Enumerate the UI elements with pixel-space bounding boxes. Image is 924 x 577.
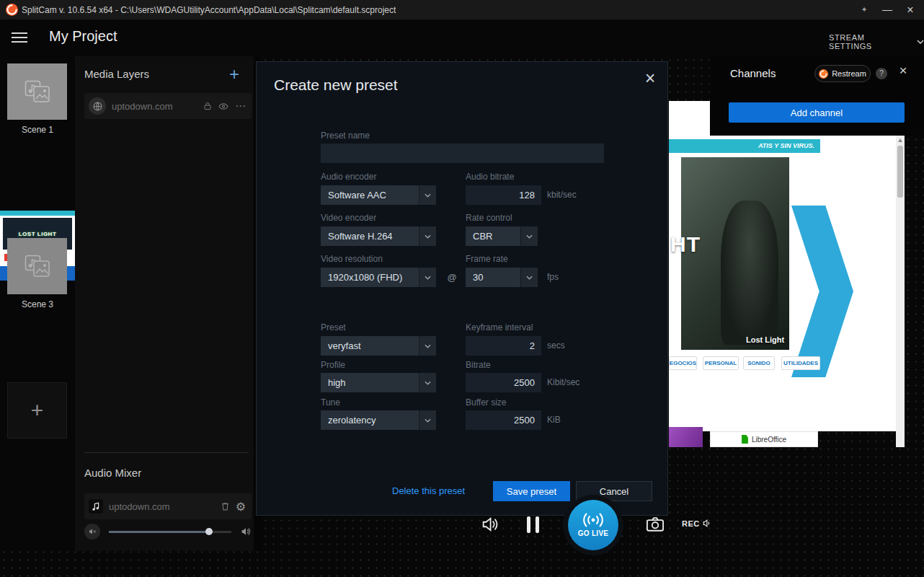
rec-button[interactable]: REC [682, 518, 713, 529]
preset-label: Preset [321, 322, 346, 332]
audio-bitrate-input[interactable] [466, 185, 541, 205]
video-encoder-label: Video encoder [321, 213, 376, 223]
chevron-down-icon [917, 40, 924, 44]
webpage-banner: ATIS Y SIN VIRUS. [669, 139, 820, 153]
lock-icon[interactable] [203, 102, 212, 110]
scrollbar-thumb [897, 146, 903, 198]
libreoffice-strip: LibreOffice [710, 431, 818, 447]
media-placeholder-icon [25, 80, 50, 103]
speaker-icon[interactable] [480, 514, 500, 534]
broadcast-icon [582, 513, 605, 527]
layer-name: uptodown.com [112, 101, 197, 112]
eye-icon[interactable] [218, 102, 229, 111]
restream-logo-icon [819, 69, 828, 79]
video-resolution-select[interactable]: 1920x1080 (FHD) [321, 268, 436, 287]
save-preset-button[interactable]: Save preset [493, 481, 570, 501]
volume-slider-fill [109, 531, 209, 533]
tune-select[interactable]: zerolatency [321, 410, 436, 430]
scene-3-thumbnail[interactable] [7, 238, 67, 294]
pause-icon[interactable] [527, 516, 539, 533]
audio-encoder-select[interactable]: Software AAC [321, 185, 436, 205]
rate-control-value: CBR [466, 231, 520, 242]
scroll-up-arrow-icon [898, 138, 902, 142]
chevron-down-icon [419, 336, 436, 356]
channels-panel: Channels Restream ? × Add channel [710, 56, 924, 136]
frame-rate-select[interactable]: 30 [466, 268, 538, 287]
keyframe-interval-unit: secs [547, 336, 565, 356]
webpage-scrollbar [896, 136, 905, 447]
volume-control [84, 521, 252, 542]
tune-label: Tune [321, 397, 340, 408]
media-placeholder-icon [25, 255, 50, 278]
chevron-down-icon [520, 226, 538, 246]
trash-icon[interactable] [221, 501, 230, 511]
media-layers-title: Media Layers [84, 68, 149, 80]
video-encoder-select[interactable]: Software H.264 [321, 226, 436, 246]
bitrate-input[interactable] [466, 373, 541, 392]
minimize-button[interactable]: — [878, 3, 897, 17]
video-resolution-label: Video resolution [321, 254, 383, 264]
sparkle-icon[interactable]: ✦ [855, 3, 874, 17]
game-title-fragment: HT [670, 232, 701, 257]
chevron-down-icon [520, 268, 538, 287]
more-options-icon[interactable]: ⋯ [235, 100, 246, 113]
rec-speaker-icon [702, 518, 713, 529]
category-badge: EGOCIOS [669, 356, 697, 370]
stream-settings-button[interactable]: STREAM SETTINGS [829, 33, 924, 50]
channels-title: Channels [730, 67, 776, 79]
gear-icon[interactable]: ⚙ [236, 500, 246, 514]
keyframe-interval-input[interactable] [466, 336, 541, 356]
buffer-size-input[interactable] [466, 410, 541, 430]
soldier-silhouette [721, 201, 778, 345]
help-icon[interactable]: ? [876, 68, 887, 79]
camera-icon[interactable] [645, 514, 665, 534]
frame-rate-unit: fps [547, 268, 559, 287]
media-layer-row[interactable]: uptodown.com ⋯ [84, 93, 252, 119]
tune-value: zerolatency [321, 415, 419, 426]
scene-2-thumb-text: LOST LIGHT [19, 231, 57, 237]
preset-select[interactable]: veryfast [321, 336, 436, 356]
go-live-button[interactable]: GO LIVE [568, 500, 618, 550]
bitrate-unit: Kibit/sec [547, 373, 579, 392]
at-symbol: @ [445, 268, 459, 287]
category-badge: UTILIDADES [781, 356, 820, 370]
profile-label: Profile [321, 360, 345, 370]
bitrate-label: Bitrate [466, 360, 491, 370]
stream-settings-label: STREAM SETTINGS [829, 33, 910, 50]
restream-button[interactable]: Restream [814, 65, 871, 82]
mute-button[interactable] [84, 524, 100, 539]
delete-preset-link[interactable]: Delete this preset [392, 481, 465, 501]
profile-value: high [321, 377, 419, 388]
chevron-down-icon [419, 185, 436, 205]
profile-select[interactable]: high [321, 373, 436, 392]
chevron-down-icon [419, 226, 436, 246]
dialog-title: Create new preset [274, 76, 398, 94]
preset-name-input[interactable] [321, 144, 604, 163]
create-preset-dialog: Create new preset × Preset name Audio en… [256, 61, 668, 516]
scene-3-label: Scene 3 [0, 299, 75, 309]
splitcam-logo-icon [6, 4, 18, 16]
volume-max-icon[interactable] [240, 526, 252, 537]
category-badge: PERSONAL [703, 356, 739, 370]
audio-mixer-row[interactable]: uptodown.com ⚙ [84, 493, 252, 519]
cancel-button[interactable]: Cancel [576, 481, 652, 501]
frame-rate-label: Frame rate [466, 254, 508, 264]
dialog-close-icon[interactable]: × [639, 66, 662, 89]
globe-icon [89, 97, 106, 115]
audio-bitrate-unit: kbit/sec [547, 185, 577, 205]
window-close-button[interactable]: × [901, 3, 920, 17]
scene-1-thumbnail[interactable] [7, 63, 67, 120]
audio-encoder-label: Audio encoder [321, 172, 376, 182]
volume-slider[interactable] [109, 531, 231, 533]
volume-slider-thumb[interactable] [205, 528, 213, 535]
add-layer-button[interactable]: + [229, 66, 239, 83]
rate-control-select[interactable]: CBR [466, 226, 538, 246]
chevron-down-icon [419, 268, 436, 287]
video-encoder-value: Software H.264 [321, 231, 419, 242]
add-scene-button[interactable]: + [7, 382, 67, 439]
add-channel-button[interactable]: Add channel [729, 102, 905, 123]
menu-icon[interactable] [12, 32, 27, 43]
channels-close-icon[interactable]: × [894, 62, 912, 79]
keyframe-interval-label: Keyframe interval [466, 322, 533, 332]
frame-rate-value: 30 [466, 272, 520, 283]
